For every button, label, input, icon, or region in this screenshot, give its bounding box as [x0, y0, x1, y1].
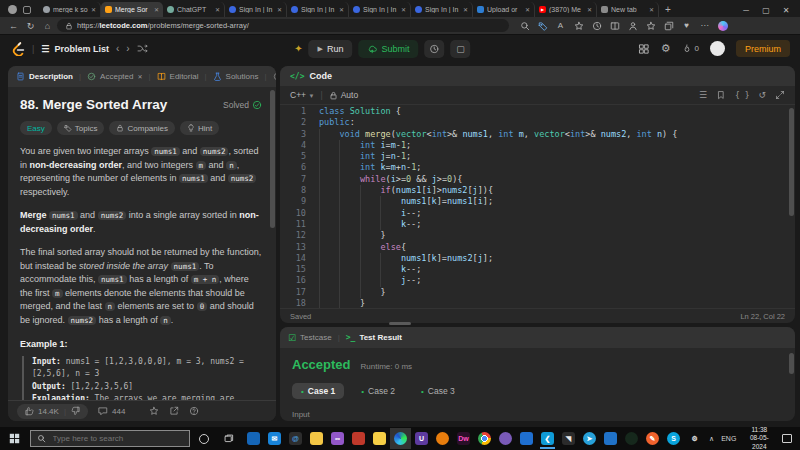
tab-solutions[interactable]: Solutions	[213, 72, 259, 81]
tab-close-icon[interactable]: ✕	[649, 6, 654, 13]
notes-button[interactable]: ▢	[451, 40, 471, 58]
shopping-icon[interactable]	[537, 20, 548, 31]
next-problem-button[interactable]: ›	[126, 43, 129, 54]
search-input[interactable]	[51, 433, 171, 444]
vscode-icon[interactable]: ❮	[537, 428, 558, 449]
comments-button[interactable]: 444	[98, 406, 125, 416]
streak-counter[interactable]: 0	[682, 44, 699, 54]
close-button[interactable]: ✕	[776, 6, 796, 15]
browser-tab[interactable]: Sign In | In✕	[287, 2, 349, 17]
split-screen-icon[interactable]	[609, 20, 620, 31]
dislike-button[interactable]	[71, 406, 81, 416]
back-icon[interactable]: ←	[6, 21, 21, 31]
tab-testcase[interactable]: ☑Testcase	[288, 333, 332, 343]
tray-expand-icon[interactable]: ∧	[709, 435, 714, 443]
tab-close-icon[interactable]: ✕	[154, 6, 159, 13]
tab-accepted[interactable]: Accepted✕	[87, 72, 142, 81]
new-tab-button[interactable]: +	[665, 4, 671, 15]
tab-test-result[interactable]: >_Test Result	[346, 333, 402, 342]
collections-icon[interactable]	[663, 20, 674, 31]
topics-pill[interactable]: Topics	[57, 121, 105, 135]
skype-icon[interactable]: S	[663, 428, 684, 449]
brackets-icon[interactable]: { }	[735, 91, 749, 100]
timer-button[interactable]	[425, 40, 445, 58]
leaf-app-icon[interactable]	[621, 428, 642, 449]
history-icon[interactable]	[591, 20, 602, 31]
pen-app-icon[interactable]: ✎	[642, 428, 663, 449]
store-icon[interactable]	[348, 428, 369, 449]
leetcode-logo-icon[interactable]	[10, 41, 25, 56]
movies-tv-icon[interactable]	[516, 428, 537, 449]
scrollbar-thumb[interactable]	[270, 90, 275, 228]
bookmark-icon[interactable]	[716, 90, 726, 100]
language-selector[interactable]: C++ ▼	[290, 90, 314, 100]
scrollbar-thumb[interactable]	[789, 353, 794, 374]
tab-close-icon[interactable]: ✕	[91, 6, 96, 13]
tab-actions-icon[interactable]	[23, 6, 31, 14]
tab-close-icon[interactable]: ✕	[587, 6, 592, 13]
case-pill[interactable]: •Case 3	[412, 383, 464, 399]
file-explorer-icon[interactable]	[306, 428, 327, 449]
browser-tab[interactable]: Sign In | In✕	[349, 2, 411, 17]
submit-button[interactable]: Submit	[359, 40, 419, 58]
design-app-icon[interactable]: ◥	[558, 428, 579, 449]
layout-grid-icon[interactable]	[638, 43, 650, 55]
favorite-icon[interactable]	[573, 20, 584, 31]
browser-tab[interactable]: New tab✕	[597, 2, 659, 17]
browser-tab[interactable]: Sign In | In✕	[225, 2, 287, 17]
tab-close-icon[interactable]: ✕	[463, 6, 468, 13]
avatar[interactable]	[710, 41, 725, 56]
start-button[interactable]	[4, 433, 26, 444]
phone-link-icon[interactable]	[243, 428, 264, 449]
dreamweaver-icon[interactable]: Dw	[453, 428, 474, 449]
favorites-bar-icon[interactable]	[645, 20, 656, 31]
chrome-icon[interactable]	[474, 428, 495, 449]
browser-tab[interactable]: merge k so✕	[39, 2, 101, 17]
copilot-icon[interactable]	[717, 20, 728, 31]
tab-close-icon[interactable]: ✕	[525, 6, 530, 13]
profile-icon[interactable]	[627, 20, 638, 31]
premium-button[interactable]: Premium	[736, 40, 790, 57]
settings-gear-icon[interactable]: ⚙	[661, 42, 671, 55]
taskbar-search[interactable]	[30, 430, 190, 447]
mail-at-icon[interactable]: @	[285, 428, 306, 449]
case-pill[interactable]: •Case 1	[292, 383, 344, 399]
browser-tab[interactable]: Sign In | In✕	[411, 2, 473, 17]
sticky-notes-icon[interactable]	[369, 428, 390, 449]
settings-icon[interactable]: ⚙	[684, 428, 705, 449]
tab-submissions[interactable]: S	[273, 72, 276, 81]
prev-problem-button[interactable]: ‹	[116, 43, 119, 54]
browser-tab[interactable]: ▶(3870) Me✕	[535, 2, 597, 17]
help-button[interactable]	[189, 406, 199, 416]
more-icon[interactable]: ⋯	[699, 20, 710, 31]
read-aloud-icon[interactable]: A	[555, 20, 566, 31]
tab-close-icon[interactable]: ✕	[401, 6, 406, 13]
companies-pill[interactable]: Companies	[109, 121, 174, 135]
task-view-button[interactable]	[218, 433, 239, 444]
essentials-icon[interactable]: ♥	[681, 20, 692, 31]
case-pill[interactable]: •Case 2	[352, 383, 404, 399]
browser-tab[interactable]: Upload or✕	[473, 2, 535, 17]
reset-icon[interactable]: ↺	[758, 90, 766, 100]
random-problem-icon[interactable]	[137, 43, 148, 54]
description-scrollbar[interactable]	[270, 90, 275, 397]
cortana-button[interactable]	[194, 434, 215, 444]
tab-close-icon[interactable]: ✕	[339, 6, 344, 13]
visual-studio-icon[interactable]: ∞	[327, 428, 348, 449]
find-on-page-icon[interactable]	[519, 20, 530, 31]
share-button[interactable]	[169, 406, 179, 416]
result-scrollbar[interactable]	[789, 353, 794, 415]
like-button[interactable]: 14.4K	[24, 406, 59, 416]
blender-icon[interactable]	[432, 428, 453, 449]
taskbar-clock[interactable]: 11:3808-05-2024	[743, 426, 775, 450]
browser-profile-icon[interactable]	[8, 5, 17, 14]
url-bar[interactable]: https://leetcode.com/problems/merge-sort…	[57, 19, 509, 32]
tab-description[interactable]: Description	[16, 72, 73, 81]
photos-icon[interactable]	[600, 428, 621, 449]
favorite-button[interactable]	[149, 406, 159, 416]
language-indicator[interactable]: ENG	[721, 435, 736, 442]
run-button[interactable]: ▶Run	[309, 40, 353, 58]
browser-tab[interactable]: ChatGPT✕	[163, 2, 225, 17]
code-scrollbar[interactable]	[789, 108, 794, 305]
telegram-icon[interactable]: ➤	[579, 428, 600, 449]
